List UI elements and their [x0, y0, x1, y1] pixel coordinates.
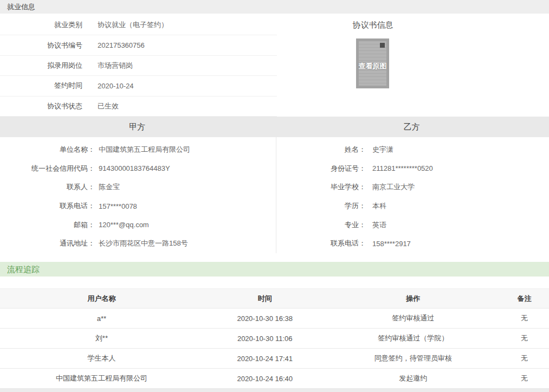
cell-remark: 无	[500, 309, 549, 329]
employment-section-title: 就业信息	[7, 3, 35, 11]
agreement-thumbnail[interactable]: 查看原图	[356, 38, 389, 88]
party-b-fields: 姓名： 史宇潇 身份证号： 211281********0520 毕业学校： 南…	[276, 137, 549, 253]
field-row-position: 拟录用岗位 市场营销岗	[0, 56, 277, 76]
field-label: 签约时间	[0, 81, 82, 91]
party-b-row-major: 专业： 英语	[276, 215, 549, 234]
field-value: 南京工业大学	[372, 182, 415, 192]
process-section-header: 流程追踪	[0, 262, 549, 277]
table-row: 中国建筑第五工程局有限公司 2020-10-24 16:40 发起邀约 无	[0, 369, 549, 389]
agreement-panel-title: 协议书信息	[277, 20, 469, 30]
field-value: 2020-10-24	[98, 82, 134, 90]
field-row-agreement-status: 协议书状态 已生效	[0, 97, 277, 117]
party-a-row-email: 邮箱： 120***@qq.com	[0, 215, 276, 234]
party-a-row-company: 单位名称： 中国建筑第五工程局有限公司	[0, 140, 276, 159]
column-header-operation: 操作	[327, 289, 500, 309]
employment-detail-page: 就业信息 就业类别 协议就业（电子签约） 协议书编号 202175360756 …	[0, 0, 549, 392]
party-details-panel: 单位名称： 中国建筑第五工程局有限公司 统一社会信用代码： 9143000018…	[0, 137, 549, 253]
field-label: 联系电话：	[0, 201, 95, 211]
field-label: 专业：	[276, 220, 366, 230]
field-row-agreement-number: 协议书编号 202175360756	[0, 35, 277, 55]
field-label: 联系人：	[0, 182, 95, 192]
field-label: 学历：	[276, 201, 366, 211]
cell-remark: 无	[500, 369, 549, 389]
field-value: 市场营销岗	[98, 61, 133, 70]
agreement-panel: 协议书信息 查看原图	[277, 14, 549, 117]
field-label: 邮箱：	[0, 220, 95, 230]
view-original-button[interactable]: 查看原图	[356, 61, 389, 71]
field-row-sign-date: 签约时间 2020-10-24	[0, 76, 277, 96]
qr-code-icon	[380, 43, 385, 48]
cell-operation: 签约审核通过（学院）	[327, 329, 500, 349]
field-value: 协议就业（电子签约）	[98, 20, 168, 30]
party-a-row-contact: 联系人： 陈金宝	[0, 178, 276, 197]
column-header-time: 时间	[203, 289, 327, 309]
field-value: 长沙市雨花区中意一路158号	[99, 239, 188, 248]
field-label: 身份证号：	[276, 164, 366, 173]
column-header-username: 用户名称	[0, 289, 203, 309]
column-header-remark: 备注	[500, 289, 549, 309]
field-value: 陈金宝	[99, 182, 120, 192]
cell-time: 2020-10-24 16:40	[203, 369, 327, 389]
cell-remark: 无	[500, 349, 549, 369]
table-row: 学生本人 2020-10-24 17:41 同意签约，待管理员审核 无	[0, 349, 549, 369]
party-b-row-name: 姓名： 史宇潇	[276, 140, 549, 159]
field-value: 英语	[372, 220, 386, 230]
cell-operation: 签约审核通过	[327, 309, 500, 329]
cell-time: 2020-10-24 17:41	[203, 349, 327, 369]
party-b-header: 乙方	[275, 117, 549, 137]
field-value: 120***@qq.com	[99, 221, 149, 229]
party-a-fields: 单位名称： 中国建筑第五工程局有限公司 统一社会信用代码： 9143000018…	[0, 137, 276, 253]
field-row-employment-type: 就业类别 协议就业（电子签约）	[0, 15, 277, 35]
field-label: 统一社会信用代码：	[0, 164, 95, 173]
table-header-row: 用户名称 时间 操作 备注	[0, 289, 549, 309]
page-bottom-strip	[0, 389, 549, 392]
party-b-row-degree: 学历： 本科	[276, 197, 549, 216]
table-row: a** 2020-10-30 16:38 签约审核通过 无	[0, 309, 549, 329]
field-label: 单位名称：	[0, 145, 95, 155]
field-value: 史宇潇	[372, 145, 393, 155]
cell-time: 2020-10-30 11:06	[203, 329, 327, 349]
party-b-row-id-number: 身份证号： 211281********0520	[276, 159, 549, 178]
field-value: 已生效	[98, 101, 119, 111]
field-label: 拟录用岗位	[0, 61, 82, 70]
cell-username: 中国建筑第五工程局有限公司	[0, 369, 203, 389]
field-label: 通讯地址：	[0, 239, 95, 248]
party-a-row-credit-code: 统一社会信用代码： 91430000183764483Y	[0, 159, 276, 178]
party-a-header: 甲方	[0, 117, 275, 137]
field-value: 211281********0520	[372, 164, 433, 172]
cell-username: 刘**	[0, 329, 203, 349]
field-label: 就业类别	[0, 20, 82, 30]
field-value: 158****2917	[372, 240, 411, 248]
cell-operation: 发起邀约	[327, 369, 500, 389]
table-row: 刘** 2020-10-30 11:06 签约审核通过（学院） 无	[0, 329, 549, 349]
employment-info-panel: 就业类别 协议就业（电子签约） 协议书编号 202175360756 拟录用岗位…	[0, 14, 549, 117]
process-tracking-table: 用户名称 时间 操作 备注 a** 2020-10-30 16:38 签约审核通…	[0, 288, 549, 389]
field-label: 毕业学校：	[276, 182, 366, 192]
field-label: 联系电话：	[276, 239, 366, 248]
field-label: 姓名：	[276, 145, 366, 155]
cell-time: 2020-10-30 16:38	[203, 309, 327, 329]
cell-username: 学生本人	[0, 349, 203, 369]
employment-section-header: 就业信息	[0, 0, 549, 14]
field-value: 中国建筑第五工程局有限公司	[99, 145, 190, 155]
field-value: 91430000183764483Y	[99, 164, 170, 172]
party-header-bar: 甲方 乙方	[0, 117, 549, 137]
field-label: 协议书编号	[0, 41, 82, 50]
cell-remark: 无	[500, 329, 549, 349]
party-b-row-school: 毕业学校： 南京工业大学	[276, 178, 549, 197]
field-value: 202175360756	[98, 41, 145, 49]
party-a-row-phone: 联系电话： 157****0078	[0, 197, 276, 216]
employment-fields: 就业类别 协议就业（电子签约） 协议书编号 202175360756 拟录用岗位…	[0, 14, 277, 117]
field-label: 协议书状态	[0, 101, 82, 111]
field-value: 157****0078	[99, 202, 137, 210]
process-section-title: 流程追踪	[7, 265, 40, 274]
field-value: 本科	[372, 201, 386, 211]
cell-operation: 同意签约，待管理员审核	[327, 349, 500, 369]
party-a-row-address: 通讯地址： 长沙市雨花区中意一路158号	[0, 234, 276, 253]
cell-username: a**	[0, 309, 203, 329]
party-b-row-phone: 联系电话： 158****2917	[276, 234, 549, 253]
